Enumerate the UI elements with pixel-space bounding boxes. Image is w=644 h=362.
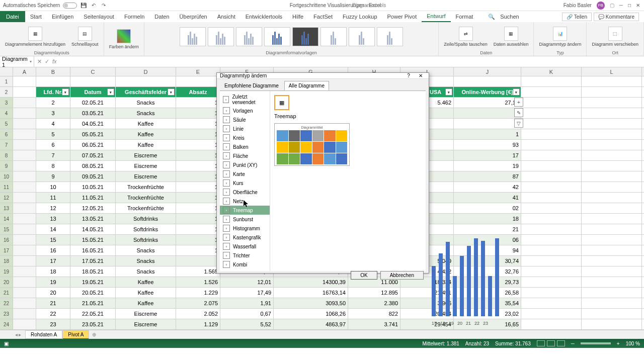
col-header[interactable]: A	[13, 67, 36, 76]
tab-ansicht[interactable]: Ansicht	[212, 12, 240, 22]
select-data-button[interactable]: ▦Daten auswählen	[492, 26, 531, 48]
chart-type-item[interactable]: ▫Säule	[220, 115, 270, 124]
chart-type-item[interactable]: ▫Oberfläche	[220, 188, 270, 197]
chart-type-item[interactable]: ▫Fläche	[220, 151, 270, 160]
chart-subtype-treemap[interactable]: ▦	[274, 95, 289, 110]
sheet-tab-pivot[interactable]: Pivot A	[62, 330, 89, 339]
change-colors-button[interactable]: Farben ändern	[107, 28, 141, 50]
change-chart-type-dialog: Diagrammtyp ändern ?✕ Empfohlene Diagram…	[216, 72, 429, 274]
col-header[interactable]: C	[70, 67, 116, 76]
minimize-icon[interactable]: ─	[619, 3, 623, 8]
chart-type-item[interactable]: ▫Netz	[220, 197, 270, 206]
save-icon[interactable]: 💾	[80, 2, 87, 9]
ribbon-options-icon[interactable]: ▢	[610, 3, 614, 8]
chart-style-1[interactable]	[180, 27, 206, 46]
dialog-help-icon[interactable]: ?	[404, 73, 414, 78]
change-chart-type-button[interactable]: 📊Diagrammtyp ändern	[537, 26, 583, 48]
chart-type-item[interactable]: ▫Kombi	[220, 260, 270, 269]
chart-type-item[interactable]: ▫Kreis	[220, 133, 270, 142]
chart-type-item[interactable]: ▫Zuletzt verwendet	[220, 93, 270, 106]
chart-elements-button[interactable]: +	[514, 98, 523, 107]
tab-entwicklertools[interactable]: Entwicklertools	[240, 12, 287, 22]
chart-type-item[interactable]: ▫Linie	[220, 124, 270, 133]
accept-formula-icon[interactable]: ✓	[45, 58, 49, 65]
tab-fuzzy[interactable]: Fuzzy Lookup	[338, 12, 382, 22]
tab-daten[interactable]: Daten	[149, 12, 174, 22]
chart-style-6[interactable]	[320, 27, 347, 46]
chart-style-2[interactable]	[208, 27, 234, 46]
tab-entwurf[interactable]: Entwurf	[422, 11, 450, 22]
dialog-tab-all[interactable]: Alle Diagramme	[284, 81, 329, 90]
chart-styles-button[interactable]: ✎	[514, 108, 523, 117]
col-header[interactable]: E	[176, 67, 220, 76]
tab-ueberpruefen[interactable]: Überprüfen	[175, 12, 212, 22]
sheet-nav-prev-icon[interactable]: ◂	[15, 332, 18, 337]
tab-start[interactable]: Start	[25, 12, 47, 22]
share-button[interactable]: 🔗 Teilen	[562, 13, 592, 21]
tab-powerpivot[interactable]: Power Pivot	[382, 12, 422, 22]
chart-type-item[interactable]: ▫Sunburst	[220, 215, 270, 224]
switch-row-col-button[interactable]: ⇄Zeile/Spalte tauschen	[442, 26, 490, 48]
dialog-close-icon[interactable]: ✕	[416, 73, 426, 78]
chart-style-5[interactable]	[292, 27, 318, 46]
zoom-slider[interactable]	[581, 342, 611, 344]
avatar[interactable]: FB	[597, 2, 605, 10]
quick-layout-button[interactable]: ▤Schnelllayout	[69, 26, 101, 48]
chart-style-8[interactable]	[377, 27, 403, 46]
add-chart-element-button[interactable]: ▦Diagrammelement hinzufügen	[3, 26, 67, 48]
zoom-in-icon[interactable]: +	[617, 341, 620, 346]
autosave-toggle[interactable]	[63, 3, 77, 9]
chart-type-item[interactable]: ▫Wasserfall	[220, 242, 270, 251]
formula-bar: Diagramm 1▾ ✕✓fx	[0, 56, 644, 67]
chart-type-item[interactable]: ▫Trichter	[220, 251, 270, 260]
col-header[interactable]: K	[521, 67, 582, 76]
comments-button[interactable]: 💬 Kommentare	[594, 13, 639, 21]
sheet-tab-rohdaten[interactable]: Rohdaten A	[25, 330, 62, 339]
maximize-icon[interactable]: □	[628, 3, 631, 8]
tab-factset[interactable]: FactSet	[308, 12, 338, 22]
move-chart-button[interactable]: ⬚Diagramm verschieben	[590, 26, 640, 48]
col-header[interactable]: L	[582, 67, 642, 76]
chart-style-3[interactable]	[236, 27, 262, 46]
sheet-nav-next-icon[interactable]: ▸	[19, 332, 21, 337]
name-box[interactable]: Diagramm 1▾	[0, 56, 34, 68]
file-tab[interactable]: Datei	[0, 11, 25, 22]
chart-type-item[interactable]: ▫Histogramm	[220, 224, 270, 233]
zoom-level[interactable]: 100 %	[626, 341, 640, 346]
dialog-tab-recommended[interactable]: Empfohlene Diagramme	[220, 81, 283, 90]
chart-type-item[interactable]: ▫Kurs	[220, 178, 270, 188]
chart-filter-button[interactable]: ▽	[514, 119, 523, 128]
chart-type-item[interactable]: ▫Balken	[220, 142, 270, 151]
view-layout-icon[interactable]	[547, 340, 555, 346]
tab-hilfe[interactable]: Hilfe	[287, 12, 308, 22]
search-label[interactable]: Suchen	[495, 12, 524, 22]
col-header[interactable]: B	[36, 67, 70, 76]
close-icon[interactable]: ✕	[636, 3, 640, 8]
chart-type-item[interactable]: ▫Kastengrafik	[220, 233, 270, 242]
undo-icon[interactable]: ↶	[90, 2, 97, 9]
ok-button[interactable]: OK	[351, 271, 377, 280]
chart-type-item[interactable]: ▫Vorlagen	[220, 106, 270, 115]
chart-type-item[interactable]: ▫Treemap	[220, 206, 270, 215]
zoom-out-icon[interactable]: ─	[571, 341, 575, 346]
treemap-preview[interactable]: Diagrammtitel	[274, 123, 350, 166]
view-break-icon[interactable]	[557, 340, 565, 346]
record-macro-icon[interactable]: ▣	[4, 341, 9, 346]
tab-seitenlayout[interactable]: Seitenlayout	[78, 12, 119, 22]
chart-style-4[interactable]	[264, 27, 290, 46]
chart-style-7[interactable]	[349, 27, 375, 46]
col-header[interactable]: D	[116, 67, 176, 76]
view-normal-icon[interactable]	[537, 340, 545, 346]
tab-format[interactable]: Format	[451, 12, 478, 22]
fx-icon[interactable]: fx	[52, 58, 57, 65]
col-header[interactable]: J	[454, 67, 521, 76]
tab-einfuegen[interactable]: Einfügen	[47, 12, 78, 22]
add-sheet-icon[interactable]: ⊕	[89, 332, 99, 337]
select-all-corner[interactable]	[0, 67, 13, 76]
cancel-button[interactable]: Abbrechen	[380, 271, 424, 280]
chart-type-item[interactable]: ▫Punkt (XY)	[220, 160, 270, 169]
cancel-formula-icon[interactable]: ✕	[37, 58, 42, 65]
chart-type-item[interactable]: ▫Karte	[220, 169, 270, 178]
redo-icon[interactable]: ↷	[100, 2, 107, 9]
tab-formeln[interactable]: Formeln	[119, 12, 149, 22]
